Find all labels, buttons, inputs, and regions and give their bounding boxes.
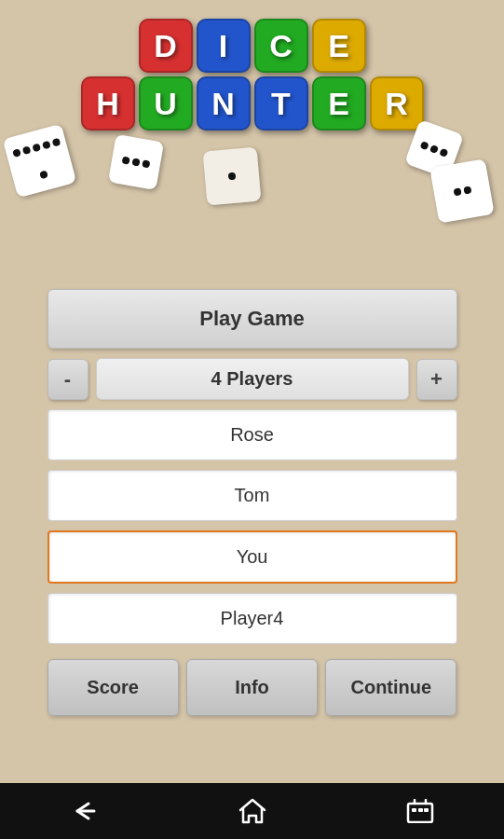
player2-input[interactable]: [48, 470, 457, 521]
tile-H: H: [81, 76, 135, 131]
tile-R: R: [370, 76, 424, 131]
bottom-buttons: Score Info Continue: [48, 659, 457, 716]
logo-tiles: D I C E H U N T E R: [81, 19, 424, 131]
players-count-label: 4 Players: [96, 358, 409, 400]
score-button[interactable]: Score: [48, 659, 179, 716]
dice-decoration-3: [203, 147, 262, 206]
svg-rect-4: [424, 808, 429, 812]
main-content: D I C E H U N T E R: [0, 0, 504, 783]
tile-U: U: [139, 76, 193, 131]
tile-D: D: [139, 19, 193, 73]
play-game-button[interactable]: Play Game: [48, 289, 457, 349]
dice-decoration-5: [429, 158, 495, 224]
home-button[interactable]: [238, 798, 266, 824]
tile-N: N: [197, 76, 251, 131]
controls-panel: Play Game - 4 Players + Score Info Conti…: [48, 289, 457, 716]
logo-row1: D I C E: [139, 19, 366, 73]
svg-rect-1: [408, 804, 432, 822]
tile-E: E: [312, 19, 366, 73]
players-row: - 4 Players +: [48, 358, 457, 400]
navigation-bar: [0, 783, 504, 839]
player4-input[interactable]: [48, 593, 457, 644]
tile-T: T: [254, 76, 308, 131]
minus-button[interactable]: -: [48, 359, 89, 400]
tile-E2: E: [312, 76, 366, 131]
dice-decoration-2: [108, 134, 164, 190]
plus-button[interactable]: +: [416, 359, 457, 400]
continue-button[interactable]: Continue: [325, 659, 456, 716]
info-button[interactable]: Info: [186, 659, 318, 716]
player1-input[interactable]: [48, 409, 457, 461]
tile-C: C: [254, 19, 308, 73]
logo-row2: H U N T E R: [81, 76, 424, 131]
player3-input[interactable]: [48, 530, 457, 584]
svg-rect-2: [412, 808, 416, 812]
tile-I: I: [197, 19, 251, 73]
back-button[interactable]: [70, 800, 100, 822]
svg-rect-3: [418, 808, 423, 812]
recents-button[interactable]: [406, 799, 434, 823]
